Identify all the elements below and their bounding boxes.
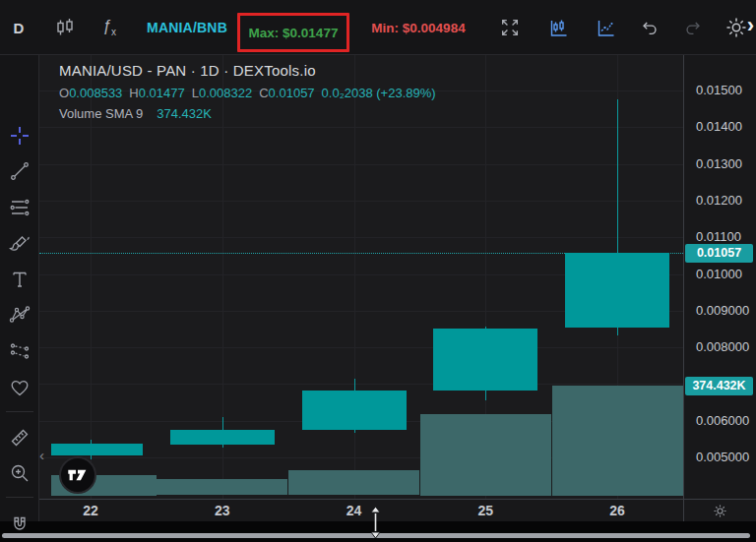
min-price-label: Min: $0.004984 xyxy=(360,0,476,55)
undo-button[interactable] xyxy=(632,0,667,55)
candle-body-24 xyxy=(302,391,407,430)
high-label: H xyxy=(129,86,138,100)
candles-icon xyxy=(53,16,77,39)
volume-bar-25 xyxy=(420,414,551,496)
fib-retracement-icon xyxy=(8,196,32,219)
settings-gear-icon xyxy=(724,15,749,40)
candle-body-22 xyxy=(51,444,143,455)
max-price-highlight-box: Max: $0.01477 xyxy=(237,13,349,52)
redo-button[interactable] xyxy=(675,0,711,55)
high-value: 0.01477 xyxy=(139,86,185,100)
legend-volume-row: Volume SMA 9374.432K xyxy=(59,106,436,121)
change-value: 0.0₂2038 (+23.89%) xyxy=(322,86,436,100)
chart-pane[interactable]: MANIA/USD - PAN · 1D · DEXTools.io O0.00… xyxy=(39,55,683,499)
axis-settings-button[interactable] xyxy=(683,499,756,521)
volume-badge: 374.432K xyxy=(685,377,753,395)
text-icon xyxy=(8,268,32,291)
price-tick-label: 0.01300 xyxy=(696,156,742,172)
trend-line-icon xyxy=(8,159,32,183)
text-tool-button[interactable] xyxy=(8,268,32,291)
trend-line-tool-button[interactable] xyxy=(8,159,32,183)
chart-type-line-icon xyxy=(595,16,618,39)
bottom-strip xyxy=(0,521,756,542)
low-label: L xyxy=(192,86,199,100)
redo-icon xyxy=(682,17,704,38)
fib-retracement-tool-button[interactable] xyxy=(8,196,32,219)
xabcd-pattern-icon xyxy=(8,303,32,327)
favorites-button[interactable] xyxy=(8,376,32,399)
axis-settings-gear-icon xyxy=(712,503,728,519)
price-axis[interactable]: 0.01057 374.432K 0.015000.014000.013000.… xyxy=(683,55,756,499)
tradingview-logo[interactable] xyxy=(59,456,96,494)
toolbar-divider xyxy=(6,411,33,412)
scroll-resize-handle[interactable] xyxy=(368,505,383,540)
candle-body-26 xyxy=(565,253,669,328)
symbol-label: MANIA/BNB xyxy=(147,20,227,35)
drawing-toolbar xyxy=(0,55,39,521)
heart-icon xyxy=(8,376,32,399)
legend-title[interactable]: MANIA/USD - PAN · 1D · DEXTools.io xyxy=(59,62,436,79)
xabcd-pattern-tool-button[interactable] xyxy=(8,303,32,327)
low-value: 0.008322 xyxy=(199,86,252,100)
open-value: 0.008533 xyxy=(69,86,122,100)
price-tick-label: 0.006000 xyxy=(696,413,749,429)
forecast-tool-button[interactable] xyxy=(8,339,32,363)
panel-open-chevron-icon: › xyxy=(747,15,754,36)
price-tick-label: 0.01000 xyxy=(696,267,742,282)
settings-button[interactable]: › xyxy=(717,0,756,55)
toolbar-divider xyxy=(6,497,33,498)
price-tick-label: 0.009000 xyxy=(696,303,749,319)
indicators-button[interactable]: ƒx xyxy=(93,0,126,55)
zoom-in-icon xyxy=(8,461,32,485)
tradingview-logo-icon xyxy=(67,467,89,483)
volume-sma-value: 374.432K xyxy=(157,106,212,121)
timeframe-button[interactable]: D xyxy=(4,0,33,55)
collapse-toolbar-chevron[interactable]: ‹ xyxy=(39,448,49,463)
h-gridline xyxy=(39,201,683,202)
magnet-icon xyxy=(8,513,32,537)
brush-icon xyxy=(8,231,32,255)
volume-bar-24 xyxy=(288,470,419,496)
legend-ohlc-row: O0.008533H0.01477L0.008322C0.010570.0₂20… xyxy=(59,86,436,100)
fullscreen-icon xyxy=(499,17,521,38)
time-tick-label: 23 xyxy=(203,503,242,518)
crosshair-icon xyxy=(8,124,32,148)
fullscreen-button[interactable] xyxy=(490,0,530,55)
price-tick-label: 0.01500 xyxy=(696,83,742,98)
timeframe-label: D xyxy=(14,20,25,36)
time-tick-label: 22 xyxy=(71,503,110,518)
undo-icon xyxy=(639,17,661,38)
symbol-button[interactable]: MANIA/BNB xyxy=(140,0,234,55)
last-price-badge: 0.01057 xyxy=(685,244,753,263)
magnet-mode-button[interactable] xyxy=(8,513,32,537)
chart-legend: MANIA/USD - PAN · 1D · DEXTools.io O0.00… xyxy=(59,62,436,121)
h-gridline xyxy=(39,347,683,348)
close-label: C xyxy=(259,86,268,100)
price-tick-label: 0.01400 xyxy=(696,119,742,135)
chart-style-button[interactable] xyxy=(47,0,83,55)
price-tick-label: 0.01200 xyxy=(696,193,742,209)
chart-type-candles-icon xyxy=(547,16,571,39)
time-axis[interactable]: 2223242526 xyxy=(39,499,683,521)
close-value: 0.01057 xyxy=(269,86,315,100)
tradingview-app: D ƒx MANIA/BNB Max: $0.01477 Min: $0.004… xyxy=(0,0,756,542)
price-tick-label: 0.008000 xyxy=(696,339,749,355)
volume-sma-label: Volume SMA 9 xyxy=(59,106,143,121)
measure-tool-button[interactable] xyxy=(8,426,32,450)
v-gridline xyxy=(91,55,92,499)
zoom-in-tool-button[interactable] xyxy=(8,461,32,485)
time-tick-label: 25 xyxy=(466,503,505,518)
ruler-icon xyxy=(8,426,32,450)
chart-type-line-button[interactable] xyxy=(587,0,626,55)
price-tick-label: 0.005000 xyxy=(696,450,749,465)
h-gridline xyxy=(39,164,683,165)
brush-tool-button[interactable] xyxy=(8,231,32,255)
crosshair-tool-button[interactable] xyxy=(8,124,32,148)
price-tick-label: 0.01100 xyxy=(696,229,741,245)
forecast-icon xyxy=(8,339,32,363)
chart-type-candles-button[interactable] xyxy=(539,0,579,55)
h-gridline xyxy=(39,127,683,128)
volume-bar-23 xyxy=(157,479,287,495)
time-tick-label: 26 xyxy=(598,503,637,518)
h-gridline xyxy=(39,237,683,238)
